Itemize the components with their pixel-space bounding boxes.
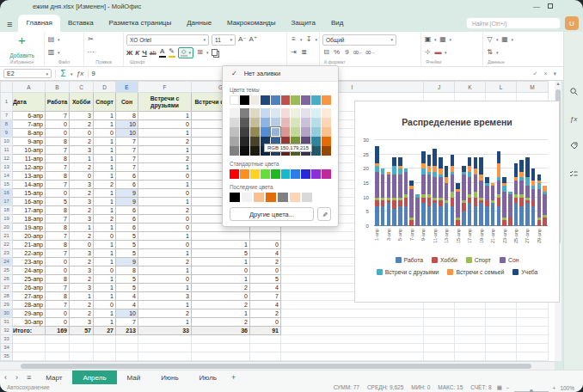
cancel-icon[interactable]: × [543,70,547,77]
color-swatch[interactable] [311,127,321,137]
cell[interactable]: 2 [70,309,94,318]
cell[interactable]: 2 [70,232,94,241]
cell[interactable]: 17-апр [13,206,46,215]
decimal-decrease-icon[interactable]: 00← [353,50,363,55]
cell[interactable]: 0 [250,266,281,275]
caret-down-icon[interactable]: ▾ [58,37,60,42]
cell[interactable]: 24-апр [13,266,46,275]
cell-reference-box[interactable]: E2▾ [3,69,52,78]
cell[interactable]: 213 [116,327,138,335]
cell[interactable]: 2 [70,206,94,215]
cell[interactable]: 1 [94,249,116,258]
color-swatch[interactable] [250,108,260,118]
cell[interactable] [424,327,455,335]
italic-button[interactable]: К [135,49,139,57]
cell[interactable]: 7 [116,163,138,172]
caret-down-icon[interactable]: ▾ [71,71,73,77]
cell[interactable]: 7 [116,146,138,155]
search-input[interactable]: Найти (Ctrl+/) [466,17,561,29]
caret-down-icon[interactable]: ▾ [58,50,60,55]
cell[interactable] [192,352,250,361]
column-header[interactable]: K [455,82,486,93]
cell[interactable] [13,344,46,352]
cell[interactable] [486,309,517,318]
sheet-tab[interactable]: Июль [189,371,227,384]
cell[interactable]: 0 [138,189,192,198]
color-swatch[interactable] [250,95,260,105]
cell[interactable]: 5 [116,275,138,284]
cell[interactable] [517,327,549,335]
cell[interactable]: 2 [70,120,94,129]
cell[interactable]: 1 [70,224,94,232]
zoom-in-icon[interactable]: + [553,385,556,391]
cell[interactable]: 7 [46,249,70,258]
cell[interactable]: 0 [46,120,70,129]
color-swatch[interactable] [271,108,280,118]
cell[interactable] [46,344,70,352]
cell[interactable]: 0 [70,129,94,138]
color-swatch[interactable] [230,137,239,146]
column-header[interactable]: D [94,82,116,93]
cell[interactable]: Итого: [13,327,46,335]
insert-cells-icon[interactable]: ▦ [439,36,447,43]
search-icon[interactable] [570,88,578,97]
cell[interactable]: 7 [46,163,70,172]
cell[interactable]: 5 [192,249,250,258]
cell[interactable] [424,344,455,352]
cell[interactable]: 30-апр [13,318,46,327]
color-swatch[interactable] [281,118,291,127]
cell[interactable] [517,318,549,327]
cell[interactable]: 7 [46,181,70,189]
cell[interactable] [13,352,46,361]
function-icon[interactable]: ƒx [77,70,84,77]
cell[interactable]: 10 [116,309,138,318]
cell[interactable]: 10-апр [13,146,46,155]
align-icon[interactable]: ≡ [290,36,298,43]
cell[interactable] [138,344,192,352]
cell[interactable] [486,344,517,352]
color-swatch[interactable] [322,95,331,105]
cell[interactable] [455,344,486,352]
cell[interactable]: 12-апр [13,163,46,172]
zoom-out-icon[interactable]: − [506,385,510,391]
cell[interactable]: 0 [94,129,116,138]
cell[interactable]: 1 [94,275,116,284]
cell[interactable]: 1 [94,189,116,198]
prev-sheet-icon[interactable]: ‹ [0,371,11,384]
cell[interactable]: 0 [46,266,70,275]
color-swatch[interactable] [291,127,300,137]
color-swatch[interactable] [230,127,239,137]
add-sheet-button[interactable]: + [227,371,240,384]
row-header[interactable]: 18 [1,206,13,215]
cell[interactable] [281,309,424,318]
cell[interactable]: 0 [138,275,192,284]
cell[interactable]: 0 [46,318,70,327]
cell[interactable]: 1 [138,249,192,258]
cell[interactable]: 4 [116,301,138,309]
cell[interactable]: 8 [46,241,70,249]
cell[interactable] [138,335,192,344]
cell[interactable]: 0 [94,266,116,275]
row-header[interactable]: 20 [1,224,13,232]
color-swatch[interactable] [311,95,321,105]
cell[interactable]: 5 [116,284,138,292]
cell[interactable]: 4 [250,249,281,258]
row-header[interactable]: 1 [1,93,13,112]
row-header[interactable]: 32 [1,327,13,335]
cell[interactable]: 22-апр [13,249,46,258]
cell[interactable]: 4 [250,301,281,309]
color-swatch[interactable] [322,118,331,127]
sheets-menu-icon[interactable]: ≡ [22,371,35,384]
menu-tab[interactable]: Защита [284,15,323,32]
cell[interactable]: 0 [250,241,281,249]
row-header[interactable]: 10 [1,138,13,146]
cell[interactable]: 1 [94,163,116,172]
cell[interactable]: 1 [138,146,192,155]
cell[interactable]: 1 [94,309,116,318]
color-swatch[interactable] [311,137,321,146]
minimize-button[interactable]: — [530,1,543,11]
next-sheet-icon[interactable]: › [11,371,22,384]
color-swatch[interactable] [261,118,270,127]
cell[interactable]: 1 [94,241,116,249]
cell[interactable]: 5 [46,198,70,206]
